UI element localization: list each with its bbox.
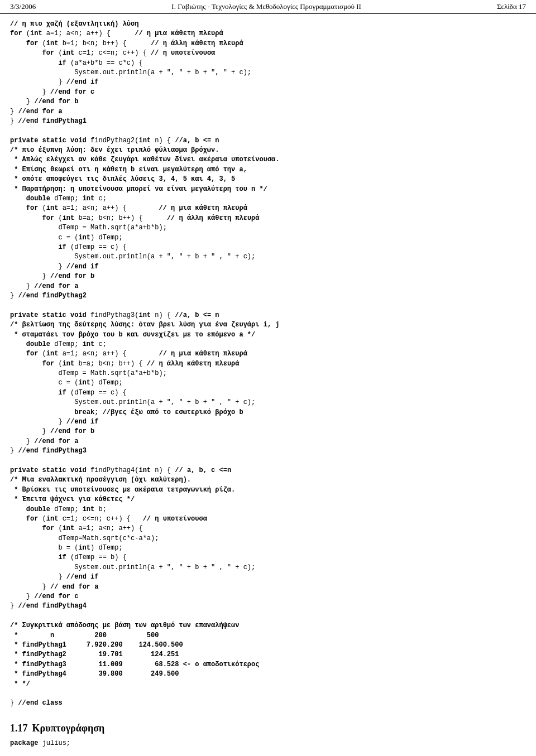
section-title: Κρυπτογράφηση xyxy=(32,721,105,735)
header-page: Σελίδα 17 xyxy=(497,2,526,11)
code-section-1: // η πιο χαζή (εξαντλητική) λύση for (in… xyxy=(10,20,526,709)
header-date: 3/3/2006 xyxy=(10,2,36,11)
main-content: // η πιο χαζή (εξαντλητική) λύση for (in… xyxy=(0,14,536,754)
page-container: 3/3/2006 Ι. Γαβιώτης - Τεχνολογίες & Μεθ… xyxy=(0,0,536,756)
page-header: 3/3/2006 Ι. Γαβιώτης - Τεχνολογίες & Μεθ… xyxy=(0,0,536,14)
section-1-17: 1.17 Κρυπτογράφηση xyxy=(10,715,526,738)
header-title: Ι. Γαβιώτης - Τεχνολογίες & Μεθοδολογίες… xyxy=(171,2,361,11)
package-keyword: package xyxy=(10,739,38,747)
section-number: 1.17 xyxy=(10,721,28,735)
package-declaration: package package julius; julius; xyxy=(10,739,526,748)
